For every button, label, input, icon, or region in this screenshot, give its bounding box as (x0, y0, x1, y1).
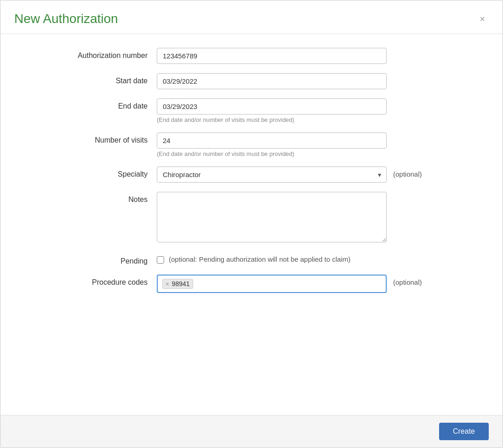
specialty-select[interactable]: Chiropractor Physical Therapy Occupation… (157, 167, 387, 183)
new-authorization-modal: New Authorization × Authorization number… (0, 0, 503, 448)
visits-row: Number of visits (End date and/or number… (28, 132, 475, 157)
pending-checkbox-wrapper: (optional: Pending authorization will no… (157, 253, 387, 264)
procedure-codes-label: Procedure codes (28, 275, 157, 287)
auth-number-field (157, 48, 387, 64)
specialty-label: Specialty (28, 167, 157, 178)
procedure-codes-optional: (optional) (387, 275, 422, 286)
end-date-input[interactable] (157, 98, 387, 115)
end-date-field: (End date and/or number of visits must b… (157, 98, 387, 123)
specialty-select-wrapper: Chiropractor Physical Therapy Occupation… (157, 167, 387, 183)
start-date-field (157, 73, 387, 89)
pending-checkbox[interactable] (157, 256, 164, 264)
visits-label: Number of visits (28, 132, 157, 144)
procedure-code-value: 98941 (172, 280, 190, 287)
end-date-row: End date (End date and/or number of visi… (28, 98, 475, 123)
auth-number-row: Authorization number (28, 48, 475, 64)
end-date-label: End date (28, 98, 157, 110)
modal-header: New Authorization × (0, 0, 503, 34)
procedure-codes-field: × 98941 (157, 275, 387, 293)
procedure-codes-input-wrapper[interactable]: × 98941 (157, 275, 387, 293)
auth-number-input[interactable] (157, 48, 387, 64)
close-button[interactable]: × (476, 12, 489, 25)
visits-hint: (End date and/or number of visits must b… (157, 150, 387, 157)
auth-number-label: Authorization number (28, 48, 157, 60)
visits-field: (End date and/or number of visits must b… (157, 132, 387, 157)
specialty-row-inner: Chiropractor Physical Therapy Occupation… (157, 167, 475, 183)
pending-row: Pending (optional: Pending authorization… (28, 253, 475, 265)
procedure-codes-row-inner: × 98941 (optional) (157, 275, 475, 293)
create-button[interactable]: Create (439, 423, 489, 440)
procedure-code-remove-button[interactable]: × (166, 281, 169, 287)
start-date-label: Start date (28, 73, 157, 85)
modal-title: New Authorization (14, 11, 118, 26)
modal-footer: Create (0, 415, 503, 448)
start-date-row: Start date (28, 73, 475, 89)
pending-hint: (optional: Pending authorization will no… (169, 255, 350, 263)
visits-input[interactable] (157, 132, 387, 149)
specialty-optional: (optional) (387, 167, 422, 178)
procedure-code-tag: × 98941 (162, 279, 193, 289)
end-date-hint: (End date and/or number of visits must b… (157, 116, 387, 123)
notes-field (157, 192, 387, 244)
notes-row: Notes (28, 192, 475, 244)
pending-field: (optional: Pending authorization will no… (157, 253, 387, 264)
pending-label: Pending (28, 253, 157, 265)
specialty-field: Chiropractor Physical Therapy Occupation… (157, 167, 387, 183)
procedure-codes-row: Procedure codes × 98941 (optional) (28, 275, 475, 293)
specialty-row: Specialty Chiropractor Physical Therapy … (28, 167, 475, 183)
modal-body: Authorization number Start date End date… (0, 34, 503, 415)
notes-label: Notes (28, 192, 157, 204)
notes-textarea[interactable] (157, 192, 387, 242)
procedure-codes-text-input[interactable] (196, 280, 381, 288)
start-date-input[interactable] (157, 73, 387, 89)
